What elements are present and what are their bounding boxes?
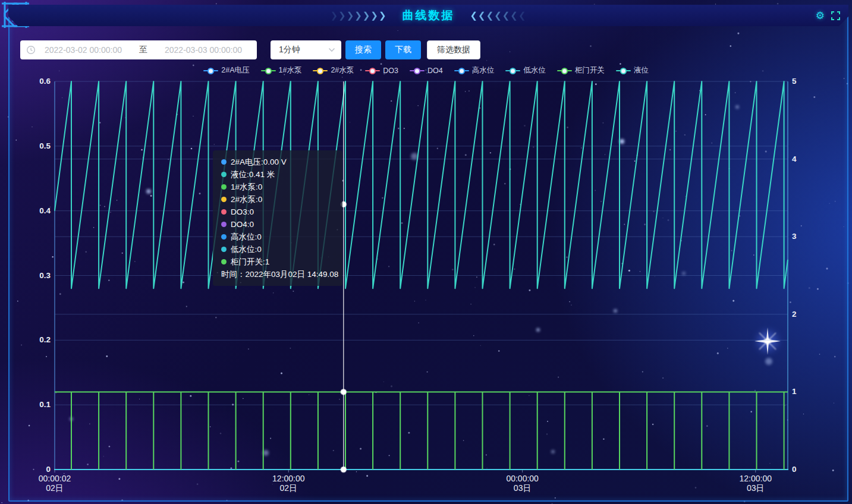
series-line-liquid-level [55, 81, 788, 288]
y-axis-right-tick-label: 1 [792, 387, 797, 396]
crosshair-point-marker [341, 201, 346, 207]
y-axis-right-tick-label: 0 [792, 465, 797, 474]
curve-chart[interactable]: 00.10.20.30.40.50.601234500:00:0202日12:0… [0, 0, 852, 504]
y-axis-left-tick-label: 0.1 [39, 400, 51, 409]
x-axis-day-label: 02日 [280, 483, 298, 493]
crosshair-point-marker [341, 467, 346, 472]
y-axis-right-tick-label: 3 [792, 232, 797, 241]
y-axis-right-tick-label: 2 [792, 310, 797, 319]
chart-axes [54, 81, 788, 472]
y-axis-right-tick-label: 4 [792, 155, 797, 163]
x-axis-time-label: 12:00:00 [739, 474, 772, 483]
crosshair-point-marker [341, 389, 346, 395]
x-axis-time-label: 12:00:00 [272, 474, 305, 483]
y-axis-left-tick-label: 0.6 [39, 77, 51, 86]
y-axis-left-tick-label: 0.5 [39, 141, 51, 150]
dashboard-page: ❯❯❯❯❯❯❯ 曲线数据 ❮❮❮❮❮❮❮ ⚙ 2022-03-02 00:00:… [0, 0, 852, 504]
y-axis-left-tick-label: 0 [46, 465, 51, 474]
x-axis-day-label: 03日 [514, 483, 532, 493]
y-axis-left-tick-label: 0.3 [39, 271, 51, 280]
y-axis-left-tick-label: 0.4 [39, 206, 51, 215]
series-line-door-switch [55, 392, 788, 470]
x-axis-time-label: 00:00:02 [39, 474, 71, 483]
y-axis-right-tick-label: 5 [792, 77, 797, 86]
x-axis-time-label: 00:00:00 [506, 474, 539, 483]
x-axis-day-label: 03日 [747, 483, 765, 493]
x-axis-day-label: 02日 [46, 483, 64, 493]
y-axis-left-tick-label: 0.2 [39, 335, 51, 344]
